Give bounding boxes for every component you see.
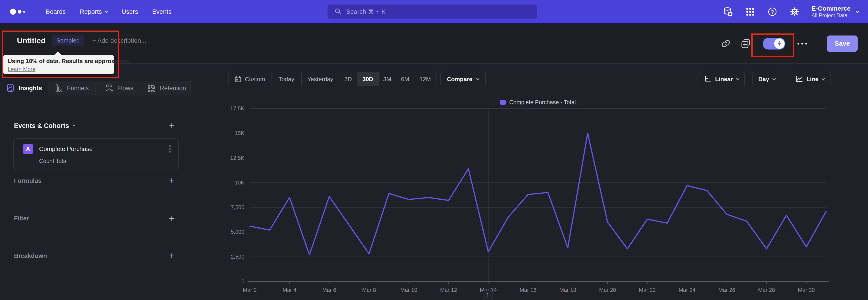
tab-insights[interactable]: Insights <box>0 81 48 95</box>
query-builder-sidebar: Insights Funnels Flows <box>0 64 191 300</box>
search-icon <box>334 8 342 16</box>
svg-text:Mar 6: Mar 6 <box>322 287 336 293</box>
nav-item-boards[interactable]: Boards <box>46 8 66 16</box>
chart-display-controls: Linear Day Line <box>698 72 831 86</box>
insights-icon <box>6 84 15 93</box>
copy-link-icon[interactable] <box>721 38 731 49</box>
project-switcher[interactable]: E-Commerce All Project Data <box>811 5 859 19</box>
sampled-badge[interactable]: Sampled <box>52 35 84 46</box>
svg-text:5,000: 5,000 <box>231 229 244 235</box>
save-button[interactable]: Save <box>827 35 858 52</box>
add-filter-button[interactable]: + <box>169 214 175 223</box>
tooltip-message: Using 10% of data. Results are approxima… <box>8 58 110 65</box>
granularity-button[interactable]: Day <box>752 72 781 86</box>
svg-text:10K: 10K <box>235 180 244 186</box>
event-metric[interactable]: Count Total <box>14 154 178 164</box>
svg-text:Mar 24: Mar 24 <box>679 287 695 293</box>
section-filter: Filter + <box>14 213 175 223</box>
more-menu-icon[interactable] <box>797 38 807 49</box>
date-range-selector: Custom Today Yesterday 7D 30D 3M 6M 12M <box>228 72 436 86</box>
events-cohorts-label[interactable]: Events & Cohorts <box>14 122 75 129</box>
range-3m[interactable]: 3M <box>379 72 396 86</box>
svg-text:Mar 28: Mar 28 <box>758 287 775 293</box>
svg-text:Mar 18: Mar 18 <box>559 287 577 293</box>
add-breakdown-button[interactable]: + <box>169 251 175 261</box>
filter-label: Filter <box>14 215 29 222</box>
svg-text:Mar 4: Mar 4 <box>283 287 296 293</box>
range-30d[interactable]: 30D <box>358 72 379 86</box>
tab-funnels[interactable]: Funnels <box>48 81 95 95</box>
svg-text:Mar 20: Mar 20 <box>599 287 616 293</box>
formulas-label: Formulas <box>14 177 41 184</box>
range-today[interactable]: Today <box>272 72 302 86</box>
svg-text:?: ? <box>771 9 774 15</box>
add-event-button[interactable]: + <box>169 121 175 130</box>
report-tabs: Insights Funnels Flows <box>0 81 191 95</box>
flows-icon <box>105 84 114 93</box>
svg-text:7,500: 7,500 <box>231 204 244 210</box>
svg-text:Mar 16: Mar 16 <box>520 287 537 293</box>
tab-flows[interactable]: Flows <box>96 81 143 95</box>
range-custom[interactable]: Custom <box>228 72 272 86</box>
help-icon[interactable]: ? <box>767 6 778 17</box>
apps-grid-icon[interactable] <box>745 6 755 17</box>
top-nav: Boards Reports Users Events Search ⌘ + K <box>0 0 868 23</box>
search-input[interactable]: Search ⌘ + K <box>328 4 537 19</box>
nav-item-events[interactable]: Events <box>152 8 172 16</box>
compare-button[interactable]: Compare <box>440 72 486 86</box>
tab-retention[interactable]: Retention <box>143 81 191 95</box>
nav-item-users[interactable]: Users <box>122 8 138 16</box>
svg-text:Mar 30: Mar 30 <box>798 287 815 293</box>
lightning-bolt-icon <box>777 40 782 47</box>
events-cohorts-header: Events & Cohorts + <box>14 121 175 131</box>
project-scope: All Project Data <box>811 12 850 19</box>
report-title[interactable]: Untitled <box>17 36 46 45</box>
chart-type-button[interactable]: Line <box>789 72 831 86</box>
sampling-toggle[interactable] <box>763 38 785 50</box>
section-formulas: Formulas + <box>14 176 175 186</box>
add-formula-button[interactable]: + <box>169 176 175 185</box>
chevron-down-icon <box>855 9 860 13</box>
settings-gear-icon[interactable] <box>789 6 800 17</box>
app-window: Boards Reports Users Events Search ⌘ + K <box>0 0 868 300</box>
event-kebab-menu-icon[interactable] <box>169 145 172 153</box>
svg-text:2,500: 2,500 <box>231 254 244 260</box>
learn-more-link[interactable]: Learn More <box>8 66 35 72</box>
svg-text:0: 0 <box>241 278 244 284</box>
svg-text:12.5K: 12.5K <box>230 155 244 161</box>
event-letter-badge: A <box>23 144 33 154</box>
funnels-icon <box>54 84 63 93</box>
line-chart[interactable]: 02,5005,0007,50010K12.5K15K17.5KMar 2Mar… <box>191 97 868 296</box>
search-placeholder: Search ⌘ + K <box>346 8 385 16</box>
sampling-toggle-wrap <box>763 38 785 50</box>
svg-text:17.5K: 17.5K <box>230 106 244 112</box>
svg-text:Mar 12: Mar 12 <box>440 287 457 293</box>
svg-text:Mar 26: Mar 26 <box>718 287 735 293</box>
nav-right-cluster: ? E-Commerce All Project Data <box>723 0 859 23</box>
project-name: E-Commerce <box>811 5 850 12</box>
y-scale-button[interactable]: Linear <box>698 72 745 86</box>
svg-text:Mar 2: Mar 2 <box>243 287 256 293</box>
linear-scale-icon <box>704 75 712 83</box>
divider <box>817 36 817 51</box>
line-chart-icon <box>795 75 803 83</box>
add-to-board-icon[interactable] <box>741 38 751 49</box>
sampling-tooltip: Using 10% of data. Results are approxima… <box>3 55 114 74</box>
data-management-icon[interactable] <box>723 6 733 17</box>
calendar-icon <box>235 76 242 83</box>
event-card[interactable]: A Complete Purchase Count Total <box>13 138 179 170</box>
range-7d[interactable]: 7D <box>339 72 358 86</box>
nav-item-reports[interactable]: Reports <box>80 8 107 16</box>
chevron-down-icon <box>72 124 75 127</box>
pagination-badge[interactable]: 1 <box>483 290 493 300</box>
range-yesterday[interactable]: Yesterday <box>302 72 339 86</box>
svg-text:Mar 10: Mar 10 <box>400 287 417 293</box>
mixpanel-logo-icon[interactable] <box>10 8 32 15</box>
retention-icon <box>147 84 156 93</box>
breakdown-label: Breakdown <box>14 252 47 260</box>
chevron-down-icon <box>104 9 108 13</box>
add-description-button[interactable]: + Add description... <box>92 37 146 44</box>
range-6m[interactable]: 6M <box>396 72 414 86</box>
range-12m[interactable]: 12M <box>414 72 436 86</box>
event-name[interactable]: Complete Purchase <box>39 146 93 153</box>
